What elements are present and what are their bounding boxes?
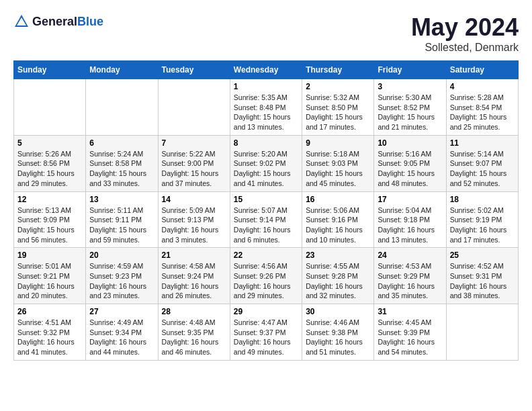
day-detail: Sunrise: 5:32 AM Sunset: 8:50 PM Dayligh… [306, 93, 370, 132]
calendar-day-cell: 2Sunrise: 5:32 AM Sunset: 8:50 PM Daylig… [302, 79, 374, 136]
calendar-day-cell: 4Sunrise: 5:28 AM Sunset: 8:54 PM Daylig… [446, 79, 518, 136]
calendar: SundayMondayTuesdayWednesdayThursdayFrid… [13, 60, 519, 361]
day-detail: Sunrise: 5:16 AM Sunset: 9:05 PM Dayligh… [378, 149, 442, 189]
day-number: 7 [162, 138, 226, 148]
calendar-day-cell: 9Sunrise: 5:18 AM Sunset: 9:03 PM Daylig… [302, 135, 374, 191]
weekday-header: Saturday [446, 61, 518, 79]
calendar-day-cell: 27Sunrise: 4:49 AM Sunset: 9:34 PM Dayli… [86, 304, 158, 361]
location-title: Sollested, Denmark [411, 42, 519, 54]
header: GeneralBlue May 2024 Sollested, Denmark [13, 13, 519, 54]
calendar-day-cell: 20Sunrise: 4:59 AM Sunset: 9:23 PM Dayli… [86, 248, 158, 304]
calendar-week-row: 19Sunrise: 5:01 AM Sunset: 9:21 PM Dayli… [14, 248, 519, 304]
day-number: 17 [378, 195, 442, 204]
day-detail: Sunrise: 5:01 AM Sunset: 9:21 PM Dayligh… [17, 261, 82, 301]
day-detail: Sunrise: 5:09 AM Sunset: 9:13 PM Dayligh… [162, 205, 226, 245]
title-area: May 2024 Sollested, Denmark [411, 13, 519, 54]
day-number: 24 [378, 250, 442, 260]
day-detail: Sunrise: 5:24 AM Sunset: 8:58 PM Dayligh… [89, 149, 154, 189]
calendar-header-row: SundayMondayTuesdayWednesdayThursdayFrid… [14, 61, 519, 79]
day-number: 2 [306, 82, 370, 91]
day-detail: Sunrise: 4:56 AM Sunset: 9:26 PM Dayligh… [234, 261, 298, 301]
day-detail: Sunrise: 5:02 AM Sunset: 9:19 PM Dayligh… [450, 205, 515, 245]
day-detail: Sunrise: 5:35 AM Sunset: 8:48 PM Dayligh… [234, 93, 298, 132]
calendar-week-row: 12Sunrise: 5:13 AM Sunset: 9:09 PM Dayli… [14, 191, 519, 248]
day-number: 10 [378, 138, 442, 148]
day-detail: Sunrise: 5:07 AM Sunset: 9:14 PM Dayligh… [234, 205, 298, 245]
calendar-day-cell: 30Sunrise: 4:46 AM Sunset: 9:38 PM Dayli… [302, 304, 374, 361]
day-number: 6 [89, 138, 154, 148]
calendar-day-cell: 8Sunrise: 5:20 AM Sunset: 9:02 PM Daylig… [230, 135, 302, 191]
calendar-day-cell [446, 304, 518, 361]
day-number: 8 [234, 138, 298, 148]
weekday-header: Wednesday [230, 61, 302, 79]
day-detail: Sunrise: 4:47 AM Sunset: 9:37 PM Dayligh… [234, 318, 298, 357]
logo-text-general: General [32, 15, 77, 28]
calendar-day-cell [14, 79, 86, 136]
weekday-header: Monday [86, 61, 158, 79]
day-number: 4 [450, 82, 515, 91]
day-detail: Sunrise: 5:22 AM Sunset: 9:00 PM Dayligh… [162, 149, 226, 189]
day-detail: Sunrise: 5:14 AM Sunset: 9:07 PM Dayligh… [450, 149, 515, 189]
calendar-day-cell: 24Sunrise: 4:53 AM Sunset: 9:29 PM Dayli… [374, 248, 446, 304]
calendar-day-cell: 12Sunrise: 5:13 AM Sunset: 9:09 PM Dayli… [14, 191, 86, 248]
calendar-day-cell: 16Sunrise: 5:06 AM Sunset: 9:16 PM Dayli… [302, 191, 374, 248]
calendar-day-cell: 26Sunrise: 4:51 AM Sunset: 9:32 PM Dayli… [14, 304, 86, 361]
day-detail: Sunrise: 5:20 AM Sunset: 9:02 PM Dayligh… [234, 149, 298, 189]
calendar-day-cell: 5Sunrise: 5:26 AM Sunset: 8:56 PM Daylig… [14, 135, 86, 191]
weekday-header: Tuesday [158, 61, 230, 79]
calendar-day-cell: 15Sunrise: 5:07 AM Sunset: 9:14 PM Dayli… [230, 191, 302, 248]
day-detail: Sunrise: 4:59 AM Sunset: 9:23 PM Dayligh… [89, 261, 154, 301]
day-detail: Sunrise: 5:06 AM Sunset: 9:16 PM Dayligh… [306, 205, 370, 245]
day-detail: Sunrise: 4:53 AM Sunset: 9:29 PM Dayligh… [378, 261, 442, 301]
day-number: 11 [450, 138, 515, 148]
calendar-week-row: 1Sunrise: 5:35 AM Sunset: 8:48 PM Daylig… [14, 79, 519, 136]
calendar-day-cell: 31Sunrise: 4:45 AM Sunset: 9:39 PM Dayli… [374, 304, 446, 361]
logo-icon [13, 13, 30, 30]
day-number: 16 [306, 195, 370, 204]
calendar-day-cell: 21Sunrise: 4:58 AM Sunset: 9:24 PM Dayli… [158, 248, 230, 304]
day-detail: Sunrise: 4:45 AM Sunset: 9:39 PM Dayligh… [378, 318, 442, 357]
day-detail: Sunrise: 5:18 AM Sunset: 9:03 PM Dayligh… [306, 149, 370, 189]
calendar-day-cell: 29Sunrise: 4:47 AM Sunset: 9:37 PM Dayli… [230, 304, 302, 361]
day-detail: Sunrise: 5:26 AM Sunset: 8:56 PM Dayligh… [17, 149, 82, 189]
day-number: 22 [234, 250, 298, 260]
day-number: 3 [378, 82, 442, 91]
logo: GeneralBlue [13, 13, 103, 30]
calendar-day-cell: 6Sunrise: 5:24 AM Sunset: 8:58 PM Daylig… [86, 135, 158, 191]
calendar-day-cell: 14Sunrise: 5:09 AM Sunset: 9:13 PM Dayli… [158, 191, 230, 248]
day-number: 28 [162, 307, 226, 316]
calendar-week-row: 5Sunrise: 5:26 AM Sunset: 8:56 PM Daylig… [14, 135, 519, 191]
logo-text-blue: Blue [77, 15, 103, 28]
calendar-day-cell: 17Sunrise: 5:04 AM Sunset: 9:18 PM Dayli… [374, 191, 446, 248]
day-detail: Sunrise: 5:11 AM Sunset: 9:11 PM Dayligh… [89, 205, 154, 245]
day-number: 29 [234, 307, 298, 316]
calendar-day-cell: 11Sunrise: 5:14 AM Sunset: 9:07 PM Dayli… [446, 135, 518, 191]
day-number: 19 [17, 250, 82, 260]
day-number: 9 [306, 138, 370, 148]
calendar-day-cell: 3Sunrise: 5:30 AM Sunset: 8:52 PM Daylig… [374, 79, 446, 136]
day-detail: Sunrise: 5:04 AM Sunset: 9:18 PM Dayligh… [378, 205, 442, 245]
day-detail: Sunrise: 4:58 AM Sunset: 9:24 PM Dayligh… [162, 261, 226, 301]
day-detail: Sunrise: 5:13 AM Sunset: 9:09 PM Dayligh… [17, 205, 82, 245]
calendar-day-cell: 23Sunrise: 4:55 AM Sunset: 9:28 PM Dayli… [302, 248, 374, 304]
weekday-header: Thursday [302, 61, 374, 79]
calendar-day-cell: 7Sunrise: 5:22 AM Sunset: 9:00 PM Daylig… [158, 135, 230, 191]
day-detail: Sunrise: 4:51 AM Sunset: 9:32 PM Dayligh… [17, 318, 82, 357]
day-number: 30 [306, 307, 370, 316]
calendar-day-cell: 19Sunrise: 5:01 AM Sunset: 9:21 PM Dayli… [14, 248, 86, 304]
day-number: 13 [89, 195, 154, 204]
day-number: 1 [234, 82, 298, 91]
calendar-day-cell: 10Sunrise: 5:16 AM Sunset: 9:05 PM Dayli… [374, 135, 446, 191]
day-detail: Sunrise: 4:48 AM Sunset: 9:35 PM Dayligh… [162, 318, 226, 357]
calendar-day-cell: 28Sunrise: 4:48 AM Sunset: 9:35 PM Dayli… [158, 304, 230, 361]
day-number: 23 [306, 250, 370, 260]
calendar-day-cell [86, 79, 158, 136]
day-number: 14 [162, 195, 226, 204]
calendar-day-cell: 1Sunrise: 5:35 AM Sunset: 8:48 PM Daylig… [230, 79, 302, 136]
month-title: May 2024 [411, 13, 519, 42]
day-detail: Sunrise: 5:30 AM Sunset: 8:52 PM Dayligh… [378, 93, 442, 132]
calendar-day-cell: 22Sunrise: 4:56 AM Sunset: 9:26 PM Dayli… [230, 248, 302, 304]
calendar-week-row: 26Sunrise: 4:51 AM Sunset: 9:32 PM Dayli… [14, 304, 519, 361]
day-detail: Sunrise: 4:46 AM Sunset: 9:38 PM Dayligh… [306, 318, 370, 357]
day-detail: Sunrise: 4:49 AM Sunset: 9:34 PM Dayligh… [89, 318, 154, 357]
